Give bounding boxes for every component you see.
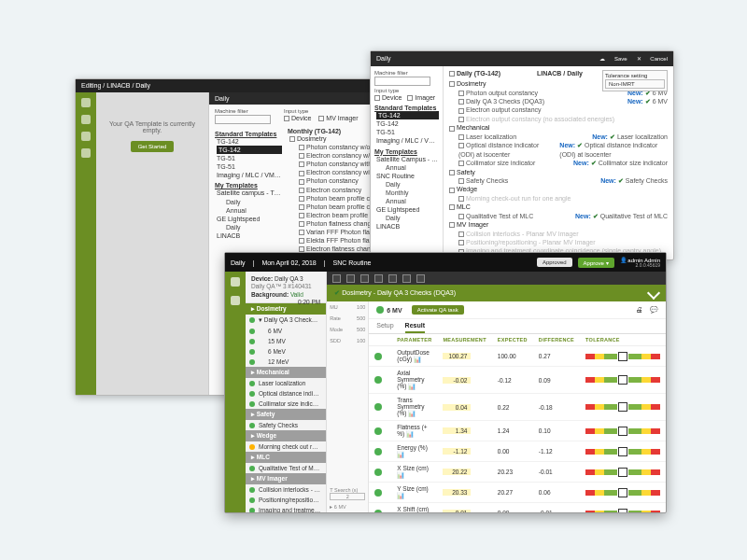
nav-energy[interactable]: 12 MeV [246, 357, 326, 367]
chart-icon[interactable]: 📊 [397, 471, 404, 478]
approve-button[interactable]: Approve ▾ [578, 258, 614, 268]
monthly-item[interactable]: Photon constancy [306, 177, 359, 184]
item-checkbox[interactable] [299, 171, 304, 176]
item-checkbox[interactable] [299, 161, 304, 167]
std-item[interactable]: TG-51 [217, 154, 282, 162]
monthly-item[interactable]: Electron constancy [306, 187, 361, 193]
item-checkbox[interactable] [299, 204, 304, 210]
strip-icon[interactable] [346, 274, 355, 283]
nav-item[interactable]: Safety Checks [246, 420, 326, 430]
tree-item[interactable]: Electron output constancy (no associated… [449, 115, 668, 123]
std-item-selected[interactable]: TG-142 [376, 111, 439, 119]
tree-item[interactable]: Positioning/repositioning - Planar MV Im… [449, 238, 668, 246]
tree-group[interactable]: Wedge [449, 185, 668, 193]
item-checkbox[interactable] [299, 196, 304, 202]
nav-item[interactable]: Positioning/repositioning - Planar MV Im… [246, 495, 326, 505]
strip-icon[interactable] [332, 274, 341, 283]
strip-icon[interactable] [402, 274, 411, 283]
my-item[interactable]: LINACB [376, 222, 439, 231]
my-item[interactable]: GE Lightspeed [217, 215, 282, 223]
my-item[interactable]: Daily [217, 223, 282, 231]
chart-icon[interactable]: 📊 [397, 451, 404, 457]
std-item[interactable]: TG-142 [217, 137, 282, 146]
item-checkbox[interactable] [299, 221, 304, 227]
get-started-button[interactable]: Get Started [131, 141, 175, 152]
nav-cat-mv-imager[interactable]: ▸ MV Imager [246, 473, 326, 484]
std-item[interactable]: TG-142 [376, 119, 439, 128]
tree-item[interactable]: Electron output constancy [449, 105, 668, 114]
strip-icon[interactable] [416, 274, 425, 283]
chevron-down-icon[interactable] [647, 287, 660, 300]
nav-energy[interactable]: 6 MV [246, 326, 326, 336]
group-checkbox[interactable] [289, 136, 295, 142]
mv-imager-checkbox[interactable] [318, 116, 324, 121]
nav-item[interactable]: Collision interlocks - Planar MV Imager [246, 484, 326, 495]
chart-icon[interactable]: 📊 [397, 492, 404, 498]
tree-group[interactable]: MLC [449, 203, 668, 211]
nav-item[interactable]: Collimator size indicator [246, 399, 326, 409]
strip-icon[interactable] [388, 274, 397, 283]
item-checkbox[interactable] [299, 238, 304, 244]
tree-group[interactable]: Mechanical [449, 123, 668, 132]
tab-setup[interactable]: Setup [376, 319, 393, 333]
my-item[interactable]: GE Lightspeed [376, 205, 439, 214]
my-item[interactable]: Monthly [376, 189, 439, 197]
tree-item[interactable]: Daily QA 3 Checks (DQA3)New: ✔6 MV [449, 97, 668, 105]
nav-item[interactable]: Qualitative Test of MLC [246, 463, 326, 473]
nav-cat-safety[interactable]: ▸ Safety [246, 409, 326, 420]
rail-calendar-icon[interactable] [81, 132, 91, 141]
my-item[interactable]: LINACB [217, 231, 282, 240]
nav-item[interactable]: ▾ Daily QA 3 Checks (DQA3) [246, 315, 326, 326]
print-icon[interactable]: 🖨 [636, 306, 642, 314]
std-item[interactable]: Imaging / MLC / VMAT [217, 171, 282, 179]
rail-tasks-icon[interactable] [81, 115, 91, 124]
nav-item[interactable]: Laser localization [246, 378, 326, 388]
nav-cat-mlc[interactable]: ▸ MLC [246, 452, 326, 463]
search-input[interactable] [374, 77, 430, 86]
tree-group[interactable]: MV Imager [449, 220, 668, 229]
item-checkbox[interactable] [299, 145, 304, 150]
strip-icon[interactable] [360, 274, 369, 283]
t-search-input[interactable]: 2 [330, 493, 365, 500]
six-mv-toggle[interactable]: 6 MV [334, 504, 346, 510]
my-item[interactable]: Satellite Campus - TrueBeam [376, 155, 439, 163]
nav-energy[interactable]: 15 MV [246, 336, 326, 346]
nav-item[interactable]: Morning check out run for one angle [246, 441, 326, 452]
section-banner[interactable]: ✔Dosimetry - Daily QA 3 Checks (DQA3) [327, 285, 666, 301]
tree-item[interactable]: Collimator size indicatorNew: ✔Collimato… [449, 159, 668, 167]
device-checkbox[interactable] [284, 116, 289, 121]
activate-qa-task-button[interactable]: Activate QA task [412, 305, 464, 315]
tree-item[interactable]: Laser localizationNew: ✔Laser localizati… [449, 133, 668, 141]
chart-icon[interactable]: 📊 [406, 430, 414, 437]
item-checkbox[interactable] [299, 230, 304, 235]
nav-cat-wedge[interactable]: ▸ Wedge [246, 430, 326, 441]
my-item[interactable]: Daily [376, 214, 439, 222]
tree-item[interactable]: Safety ChecksNew: ✔Safety Checks [449, 176, 668, 185]
device-checkbox[interactable] [374, 95, 380, 101]
root-checkbox[interactable] [449, 71, 455, 77]
item-checkbox[interactable] [299, 179, 304, 185]
nav-energy[interactable]: 6 MeV [246, 346, 326, 357]
imager-checkbox[interactable] [407, 95, 413, 101]
nav-item[interactable]: Optical distance indicator (ODI) at isoc… [246, 388, 326, 399]
chart-icon[interactable]: 📊 [414, 356, 421, 362]
rail-home-icon[interactable] [231, 277, 240, 287]
rail-settings-icon[interactable] [81, 148, 91, 158]
chart-icon[interactable]: 📊 [408, 383, 416, 389]
tolerance-value[interactable]: Non-IMRT [605, 79, 665, 89]
tab-result[interactable]: Result [405, 319, 425, 333]
strip-icon[interactable] [374, 274, 383, 283]
my-item[interactable]: Annual [217, 206, 282, 215]
tree-item[interactable]: Optical distance indicator (ODI) at isoc… [449, 141, 668, 159]
nav-cat-mechanical[interactable]: ▸ Mechanical [246, 367, 326, 378]
tolerance-setting[interactable]: Tolerance setting Non-IMRT [602, 70, 668, 91]
std-item-selected[interactable]: TG-142 [217, 146, 282, 154]
item-checkbox[interactable] [299, 188, 304, 193]
std-item[interactable]: Imaging / MLC / VMAT [376, 136, 439, 145]
my-item[interactable]: SNC Routine [376, 172, 439, 180]
my-item[interactable]: Satellite campus - TrueBeam [217, 189, 282, 197]
my-item[interactable]: Daily [376, 180, 439, 189]
nav-item[interactable]: Imaging and treatment coordinate coincid… [246, 505, 326, 512]
tree-item[interactable]: Qualitative Test of MLCNew: ✔Qualitative… [449, 212, 668, 220]
item-checkbox[interactable] [299, 213, 304, 218]
